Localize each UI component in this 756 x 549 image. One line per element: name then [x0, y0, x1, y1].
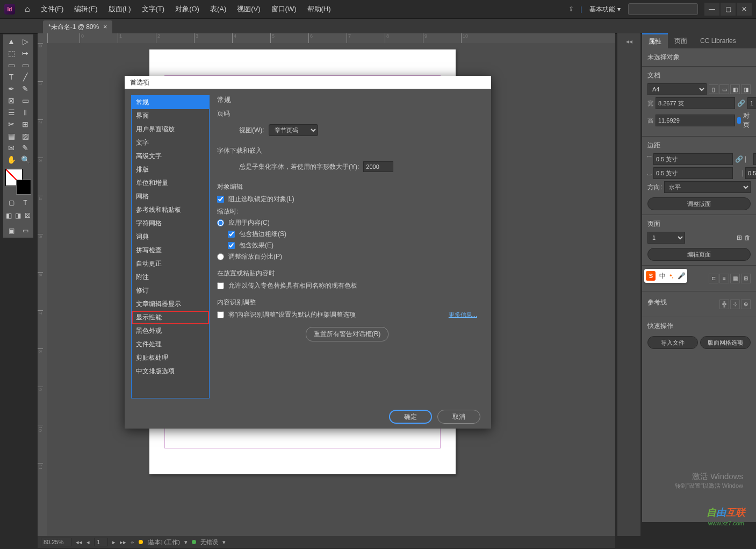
binding-right-icon[interactable]: ◨	[741, 84, 751, 94]
pages-count-input[interactable]	[747, 97, 756, 109]
menu-view[interactable]: 视图(V)	[232, 4, 265, 14]
menu-table[interactable]: 表(A)	[205, 4, 232, 14]
pref-cat-ui-scale[interactable]: 用户界面缩放	[132, 123, 209, 136]
margin-bottom-input[interactable]	[653, 167, 733, 179]
baseline-grid-icon[interactable]: ≡	[719, 274, 729, 283]
pref-cat-composition[interactable]: 排版	[132, 163, 209, 176]
document-tab[interactable]: *未命名-1 @ 80% ×	[43, 20, 112, 33]
home-icon[interactable]: ⌂	[25, 4, 30, 14]
page-num-select[interactable]: 1	[647, 232, 685, 244]
include-effect-checkbox[interactable]	[228, 242, 235, 249]
preview-mode-icon[interactable]: ▭	[18, 225, 32, 237]
pref-cat-guides[interactable]: 参考线和粘贴板	[132, 203, 209, 217]
pencil-tool[interactable]: ✎	[18, 83, 32, 95]
delete-page-icon[interactable]: 🗑	[744, 234, 751, 241]
page-select[interactable]: 1	[94, 538, 108, 546]
ruler-icon[interactable]: ⊏	[709, 274, 718, 283]
pref-cat-type[interactable]: 文字	[132, 136, 209, 149]
pref-cat-cjk-layout[interactable]: 中文排版选项	[132, 365, 209, 378]
rectangle-tool[interactable]: ▭	[18, 95, 32, 106]
pref-cat-char-grid[interactable]: 字符网格	[132, 217, 209, 230]
pref-cat-track-changes[interactable]: 修订	[132, 284, 209, 297]
free-transform-tool[interactable]: ⊞	[18, 118, 32, 130]
ok-button[interactable]: 确定	[389, 410, 432, 424]
margin-right-input[interactable]	[745, 167, 756, 179]
share-icon[interactable]: ⇪	[568, 5, 574, 13]
pref-cat-grids[interactable]: 网格	[132, 190, 209, 203]
page-nav-prev2-icon[interactable]: ◂	[87, 539, 90, 546]
normal-view-icon[interactable]: ▣	[4, 225, 18, 237]
layout-grid-icon[interactable]: ⊞	[741, 274, 751, 283]
format-none-icon[interactable]: ☒	[23, 210, 32, 222]
rectangle-frame-tool[interactable]: ⊠	[4, 95, 18, 106]
direct-selection-tool[interactable]: ▷	[18, 35, 32, 47]
scissors-tool[interactable]: ✂	[4, 118, 18, 130]
edit-page-button[interactable]: 编辑页面	[647, 248, 751, 261]
eyedropper-tool[interactable]: ✎	[18, 142, 32, 154]
new-page-icon[interactable]: ⊞	[737, 234, 742, 241]
pref-cat-autocorrect[interactable]: 自动更正	[132, 257, 209, 270]
tab-properties[interactable]: 属性	[642, 33, 668, 48]
hand-tool[interactable]: ✋	[4, 154, 18, 166]
menu-edit[interactable]: 编辑(E)	[69, 4, 103, 14]
fill-stroke-swatches[interactable]	[4, 168, 32, 196]
margin-link-icon[interactable]: 🔗	[735, 155, 743, 163]
apply-color-icon[interactable]: ▢	[4, 197, 18, 209]
minimize-button[interactable]: —	[704, 3, 719, 16]
allow-swatch-swap-checkbox[interactable]	[217, 282, 224, 289]
menu-window[interactable]: 窗口(W)	[266, 4, 302, 14]
include-stroke-checkbox[interactable]	[228, 231, 235, 238]
apply-text-icon[interactable]: T	[18, 197, 32, 209]
ime-toolbar[interactable]: S 中 •, 🎤	[644, 269, 687, 283]
pref-cat-clipboard[interactable]: 剪贴板处理	[132, 351, 209, 365]
selection-tool[interactable]: ▲	[4, 35, 18, 47]
document-grid-icon[interactable]: ▦	[730, 274, 740, 283]
reset-warnings-button[interactable]: 重置所有警告对话框(R)	[306, 327, 389, 341]
zoom-tool[interactable]: 🔍	[18, 154, 32, 166]
pen-tool[interactable]: ✒	[4, 83, 18, 95]
page-nav-next-icon[interactable]: ▸	[112, 539, 116, 546]
tab-pages[interactable]: 页面	[668, 33, 694, 48]
layout-grid-options-button[interactable]: 版面网格选项	[700, 336, 751, 349]
menu-object[interactable]: 对象(O)	[170, 4, 205, 14]
page-nav-prev-icon[interactable]: ◂◂	[76, 539, 82, 546]
margin-left-input[interactable]	[753, 153, 756, 165]
cancel-button[interactable]: 取消	[437, 410, 480, 424]
guide-icon-3[interactable]: ⊕	[741, 300, 751, 309]
content-collector-tool[interactable]: ▭	[4, 59, 18, 71]
gutter-toggle-icon[interactable]: ◂◂	[617, 33, 640, 49]
menu-help[interactable]: 帮助(H)	[302, 4, 336, 14]
menu-layout[interactable]: 版面(L)	[103, 4, 136, 14]
note-tool[interactable]: ✉	[4, 142, 18, 154]
link-wh-icon[interactable]: 🔗	[737, 99, 745, 107]
workspace-dropdown[interactable]: 基本功能 ▾	[589, 5, 621, 14]
close-window-button[interactable]: ✕	[737, 3, 752, 16]
height-input[interactable]	[656, 115, 735, 126]
pref-cat-general[interactable]: 常规	[132, 96, 209, 109]
menu-file[interactable]: 文件(F)	[35, 4, 69, 14]
margin-top-input[interactable]	[653, 153, 733, 165]
tab-cc-libraries[interactable]: CC Libraries	[694, 33, 743, 48]
content-placer-tool[interactable]: ▭	[18, 59, 32, 71]
binding-left-icon[interactable]: ◧	[730, 84, 740, 94]
menu-text[interactable]: 文字(T)	[136, 4, 170, 14]
page-tool[interactable]: ⬚	[4, 47, 18, 59]
subset-threshold-input[interactable]	[363, 161, 393, 172]
orientation-landscape-icon[interactable]: ▭	[719, 84, 729, 94]
pref-cat-units[interactable]: 单位和增量	[132, 176, 209, 190]
guide-icon-1[interactable]: ╬	[719, 300, 729, 309]
content-aware-default-checkbox[interactable]	[217, 311, 224, 318]
pref-cat-display-performance[interactable]: 显示性能	[132, 311, 209, 324]
search-input[interactable]	[628, 3, 698, 15]
facing-pages-checkbox[interactable]	[737, 117, 741, 124]
orientation-select[interactable]: 水平	[664, 181, 751, 193]
adjust-percent-radio[interactable]	[217, 253, 224, 260]
h-grid-tool[interactable]: ☰	[4, 106, 18, 118]
pref-cat-story-editor[interactable]: 文章编辑器显示	[132, 297, 209, 311]
pref-cat-interface[interactable]: 界面	[132, 109, 209, 123]
open-icon[interactable]: ⟐	[131, 539, 134, 545]
pref-cat-black-appearance[interactable]: 黑色外观	[132, 324, 209, 338]
pref-cat-adv-type[interactable]: 高级文字	[132, 149, 209, 163]
guide-icon-2[interactable]: ⊹	[730, 300, 740, 309]
zoom-select[interactable]: 80.25%	[41, 538, 71, 546]
